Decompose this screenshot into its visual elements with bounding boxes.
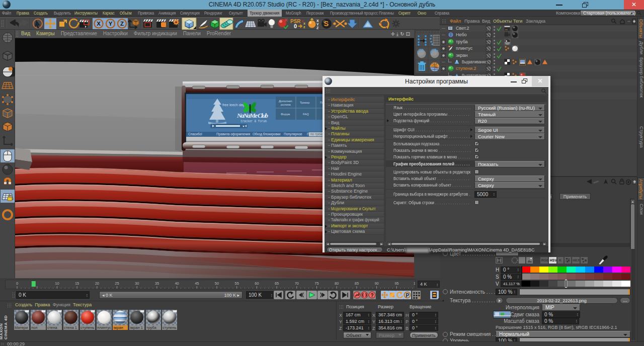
svg-text:0: 0 xyxy=(294,23,297,29)
svg-text:100: 100 xyxy=(414,281,416,286)
svg-text:75: 75 xyxy=(314,281,318,286)
svg-text:K: K xyxy=(559,258,561,262)
svg-text:80: 80 xyxy=(335,281,339,286)
svg-text:60: 60 xyxy=(255,281,259,286)
svg-text:10: 10 xyxy=(55,281,59,286)
svg-text:x: x xyxy=(303,22,305,25)
svg-text:?: ? xyxy=(371,293,374,298)
svg-text:Дополнит.: Дополнит. xyxy=(279,100,293,103)
svg-text:X: X xyxy=(316,19,319,23)
svg-text:65: 65 xyxy=(275,281,279,286)
svg-text:Популярное: Популярное xyxy=(284,132,302,136)
svg-text:70: 70 xyxy=(295,281,299,286)
svg-text:free leech day!: free leech day! xyxy=(222,103,246,107)
svg-text:FAQ: FAQ xyxy=(303,113,309,116)
svg-text:50: 50 xyxy=(215,281,219,286)
svg-text:15: 15 xyxy=(75,281,79,286)
svg-text:85: 85 xyxy=(355,281,359,286)
svg-text:30: 30 xyxy=(135,281,139,286)
svg-text:Спасибо!: Спасибо! xyxy=(188,132,202,136)
svg-text:tracker & forum: tracker & forum xyxy=(240,120,267,123)
svg-text:Z: Z xyxy=(120,21,124,27)
svg-text:40: 40 xyxy=(175,281,179,286)
svg-text:HSV: HSV xyxy=(550,258,557,262)
svg-text:Z: Z xyxy=(316,26,319,30)
svg-text:Правила оформления: Правила оформления xyxy=(216,132,250,136)
svg-text:0: 0 xyxy=(16,281,18,286)
svg-text:Трекер: Трекер xyxy=(300,101,310,104)
svg-text:RGB: RGB xyxy=(541,258,549,262)
svg-text:95: 95 xyxy=(394,281,398,286)
svg-text:45: 45 xyxy=(195,281,199,286)
svg-text:NaNaMe Club: NaNaMe Club xyxy=(236,112,269,119)
svg-text:X: X xyxy=(97,21,101,27)
svg-text:Y: Y xyxy=(316,23,319,26)
svg-text:ролика: ролика xyxy=(281,103,291,106)
svg-text:S: S xyxy=(324,20,329,28)
svg-text:Форум: Форум xyxy=(281,113,290,116)
svg-text:z: z xyxy=(303,25,305,29)
svg-text:25: 25 xyxy=(115,281,119,286)
svg-text:P: P xyxy=(406,293,410,298)
svg-text:90: 90 xyxy=(374,281,378,286)
svg-text:Обход блокировки: Обход блокировки xyxy=(253,132,281,136)
svg-text:20: 20 xyxy=(95,281,99,286)
svg-text:55: 55 xyxy=(235,281,239,286)
svg-text:Y: Y xyxy=(109,21,113,27)
svg-text:35: 35 xyxy=(155,281,159,286)
svg-text:HEX: HEX xyxy=(573,258,580,262)
